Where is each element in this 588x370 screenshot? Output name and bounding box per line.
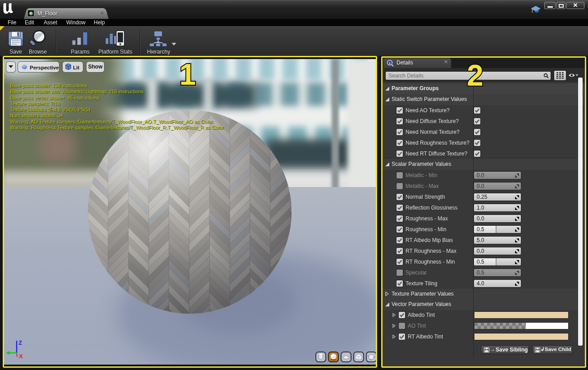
svg-text:X: X [19, 353, 23, 359]
svg-text:Z: Z [18, 339, 22, 346]
